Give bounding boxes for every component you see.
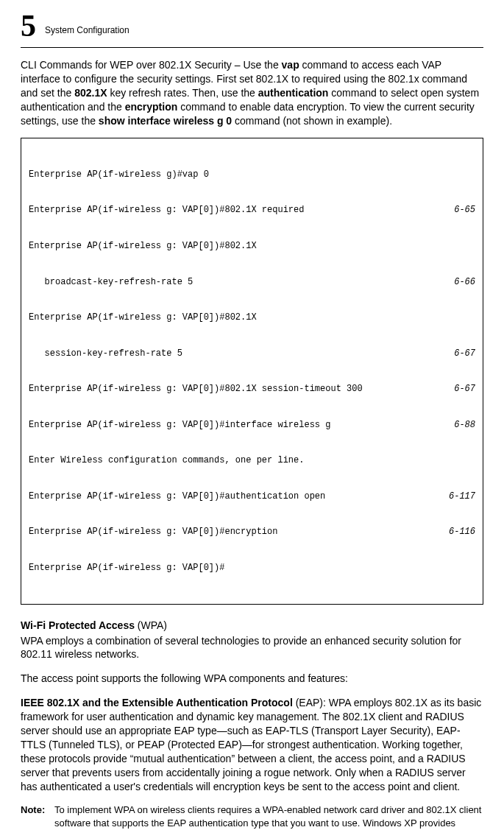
code-line: Enterprise AP(if-wireless g: VAP[0])#802… xyxy=(29,240,475,252)
code-line: Enterprise AP(if-wireless g: VAP[0])#802… xyxy=(29,204,475,216)
code-cmd: broadcast-key-refresh-rate 5 xyxy=(29,276,193,288)
code-cmd: Enterprise AP(if-wireless g: VAP[0])#aut… xyxy=(29,490,325,502)
note-block: Note: To implement WPA on wireless clien… xyxy=(21,803,483,830)
code-line: Enterprise AP(if-wireless g: VAP[0])#802… xyxy=(29,383,475,395)
page-header: 5 System Configuration xyxy=(21,15,483,48)
code-ref: 6-67 xyxy=(439,383,475,395)
code-ref: 6-65 xyxy=(439,204,475,216)
chapter-number: 5 xyxy=(21,10,36,41)
bold-authentication: authentication xyxy=(258,87,329,99)
code-line: Enterprise AP(if-wireless g: VAP[0])#int… xyxy=(29,419,475,431)
code-ref xyxy=(461,312,475,323)
cli-code-block: Enterprise AP(if-wireless g)#vap 0 Enter… xyxy=(21,138,483,604)
wpa-heading: Wi-Fi Protected Access (WPA) xyxy=(21,619,483,631)
code-cmd: Enterprise AP(if-wireless g: VAP[0])#802… xyxy=(29,383,363,395)
code-line: Enterprise AP(if-wireless g: VAP[0])#802… xyxy=(29,312,475,323)
note-text: To implement WPA on wireless clients req… xyxy=(54,803,483,830)
code-line: Enter Wireless configuration commands, o… xyxy=(29,454,475,466)
code-ref: 6-117 xyxy=(434,490,475,502)
ieee-paragraph: IEEE 802.1X and the Extensible Authentic… xyxy=(21,696,483,793)
code-ref: 6-116 xyxy=(434,526,475,538)
wpa-paragraph-2: The access point supports the following … xyxy=(21,672,483,686)
code-line: Enterprise AP(if-wireless g: VAP[0])#aut… xyxy=(29,490,475,502)
code-ref: 6-88 xyxy=(439,419,475,431)
code-ref xyxy=(461,240,475,252)
intro-paragraph: CLI Commands for WEP over 802.1X Securit… xyxy=(21,58,483,127)
bold-8021x: 802.1X xyxy=(74,87,107,99)
bold-show-interface: show interface wireless g 0 xyxy=(99,115,232,127)
code-ref xyxy=(461,454,475,466)
code-ref: 6-66 xyxy=(439,276,475,288)
ieee-bold: IEEE 802.1X and the Extensible Authentic… xyxy=(21,697,293,708)
code-ref: 6-67 xyxy=(439,348,475,359)
code-cmd: Enterprise AP(if-wireless g)#vap 0 xyxy=(29,169,209,180)
ieee-rest: (EAP): WPA employs 802.1X as its basic f… xyxy=(21,697,481,792)
chapter-title: System Configuration xyxy=(45,25,129,35)
text: key refresh rates. Then, use the xyxy=(107,87,258,99)
bold-encryption: encryption xyxy=(125,101,178,113)
text: command (not shown in example). xyxy=(232,115,392,127)
code-cmd: Enter Wireless configuration commands, o… xyxy=(29,454,304,466)
wpa-paragraph-1: WPA employs a combination of several tec… xyxy=(21,634,483,662)
code-cmd: Enterprise AP(if-wireless g: VAP[0])#802… xyxy=(29,240,257,252)
code-cmd: Enterprise AP(if-wireless g: VAP[0])#802… xyxy=(29,312,257,323)
code-cmd: Enterprise AP(if-wireless g: VAP[0])#802… xyxy=(29,204,304,216)
code-line: Enterprise AP(if-wireless g)#vap 0 xyxy=(29,169,475,180)
code-line: session-key-refresh-rate 56-67 xyxy=(29,348,475,359)
heading-bold: Wi-Fi Protected Access xyxy=(21,619,135,631)
code-ref xyxy=(461,169,475,180)
note-label: Note: xyxy=(21,803,54,830)
code-line: Enterprise AP(if-wireless g: VAP[0])# xyxy=(29,562,475,574)
code-line: broadcast-key-refresh-rate 56-66 xyxy=(29,276,475,288)
code-cmd: Enterprise AP(if-wireless g: VAP[0])#enc… xyxy=(29,526,277,538)
text: CLI Commands for WEP over 802.1X Securit… xyxy=(21,59,282,71)
bold-vap: vap xyxy=(282,59,299,71)
code-cmd: session-key-refresh-rate 5 xyxy=(29,348,182,359)
code-cmd: Enterprise AP(if-wireless g: VAP[0])# xyxy=(29,562,224,574)
code-ref xyxy=(461,562,475,574)
code-line: Enterprise AP(if-wireless g: VAP[0])#enc… xyxy=(29,526,475,538)
code-cmd: Enterprise AP(if-wireless g: VAP[0])#int… xyxy=(29,419,330,431)
heading-rest: (WPA) xyxy=(135,619,167,631)
page: 5 System Configuration CLI Commands for … xyxy=(0,0,504,830)
